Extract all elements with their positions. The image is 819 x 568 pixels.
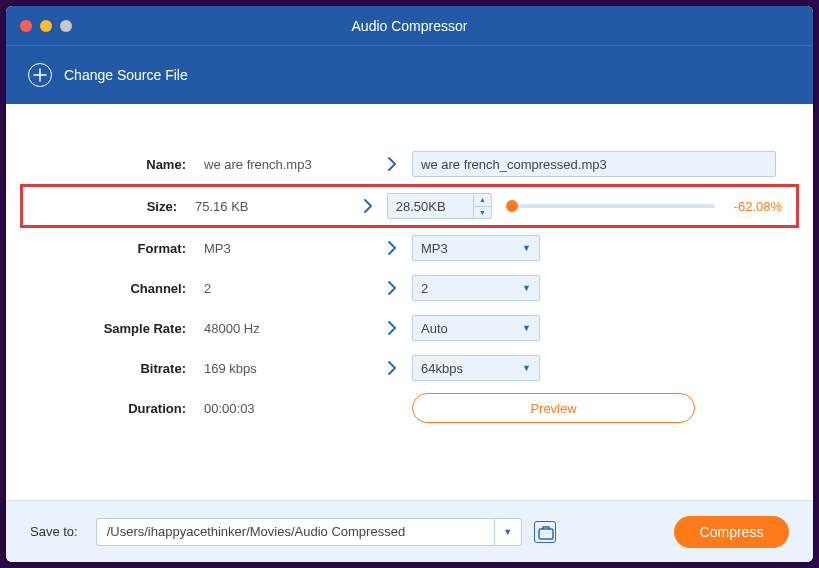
step-down-icon[interactable]: ▼: [474, 207, 491, 219]
slider-track[interactable]: [512, 204, 715, 208]
row-duration: Duration: 00:00:03 Preview: [30, 388, 789, 428]
slider-thumb[interactable]: [506, 200, 518, 212]
plus-icon[interactable]: [28, 63, 52, 87]
source-channel: 2: [204, 281, 372, 296]
preview-button[interactable]: Preview: [412, 393, 695, 423]
row-format: Format: MP3 MP3 ▼: [30, 228, 789, 268]
label-duration: Duration:: [34, 401, 204, 416]
output-name-input[interactable]: [412, 151, 776, 177]
open-folder-button[interactable]: [534, 521, 556, 543]
minimize-icon[interactable]: [40, 20, 52, 32]
arrow-icon: [372, 156, 412, 172]
output-size-value: 28.50KB: [388, 199, 473, 214]
app-window: Audio Compressor Change Source File Name…: [6, 6, 813, 562]
bitrate-value: 64kbps: [421, 361, 463, 376]
label-channel: Channel:: [34, 281, 204, 296]
row-sample-rate: Sample Rate: 48000 Hz Auto ▼: [30, 308, 789, 348]
chevron-down-icon: ▼: [522, 283, 531, 293]
arrow-icon: [372, 280, 412, 296]
chevron-down-icon: ▼: [522, 243, 531, 253]
label-sample-rate: Sample Rate:: [34, 321, 204, 336]
arrow-icon: [372, 240, 412, 256]
arrow-icon: [372, 360, 412, 376]
source-sample-rate: 48000 Hz: [204, 321, 372, 336]
row-bitrate: Bitrate: 169 kbps 64kbps ▼: [30, 348, 789, 388]
format-dropdown[interactable]: MP3 ▼: [412, 235, 540, 261]
source-format: MP3: [204, 241, 372, 256]
format-value: MP3: [421, 241, 448, 256]
bitrate-dropdown[interactable]: 64kbps ▼: [412, 355, 540, 381]
step-up-icon[interactable]: ▲: [474, 194, 491, 207]
svg-rect-0: [539, 529, 553, 539]
row-size: Size: 75.16 KB 28.50KB ▲ ▼ -62.08%: [20, 184, 799, 228]
save-to-label: Save to:: [30, 524, 78, 539]
sample-rate-value: Auto: [421, 321, 448, 336]
output-size-stepper[interactable]: 28.50KB ▲ ▼: [387, 193, 492, 219]
save-path-dropdown[interactable]: ▼: [494, 518, 522, 546]
label-name: Name:: [34, 157, 204, 172]
label-bitrate: Bitrate:: [34, 361, 204, 376]
window-title: Audio Compressor: [6, 18, 813, 34]
row-name: Name: we are french.mp3: [30, 144, 789, 184]
chevron-down-icon: ▼: [522, 363, 531, 373]
channel-dropdown[interactable]: 2 ▼: [412, 275, 540, 301]
close-icon[interactable]: [20, 20, 32, 32]
toolbar: Change Source File: [6, 46, 813, 104]
save-path-group: ▼: [96, 518, 522, 546]
source-duration: 00:00:03: [204, 401, 372, 416]
change-source-button[interactable]: Change Source File: [64, 67, 188, 83]
source-name: we are french.mp3: [204, 157, 372, 172]
size-reduction-pct: -62.08%: [729, 199, 782, 214]
size-slider[interactable]: [512, 204, 715, 208]
row-channel: Channel: 2 2 ▼: [30, 268, 789, 308]
main-form: Name: we are french.mp3 Size: 75.16 KB 2…: [6, 104, 813, 500]
sample-rate-dropdown[interactable]: Auto ▼: [412, 315, 540, 341]
footer: Save to: ▼ Compress: [6, 500, 813, 562]
channel-value: 2: [421, 281, 428, 296]
stepper-buttons[interactable]: ▲ ▼: [473, 194, 491, 218]
maximize-icon[interactable]: [60, 20, 72, 32]
save-path-input[interactable]: [96, 518, 494, 546]
label-format: Format:: [34, 241, 204, 256]
chevron-down-icon: ▼: [522, 323, 531, 333]
arrow-icon: [372, 320, 412, 336]
arrow-icon: [350, 198, 387, 214]
titlebar: Audio Compressor: [6, 6, 813, 46]
source-size: 75.16 KB: [195, 199, 350, 214]
label-size: Size:: [37, 199, 195, 214]
window-controls: [20, 20, 72, 32]
chevron-down-icon: ▼: [503, 527, 512, 537]
source-bitrate: 169 kbps: [204, 361, 372, 376]
compress-button[interactable]: Compress: [674, 516, 789, 548]
